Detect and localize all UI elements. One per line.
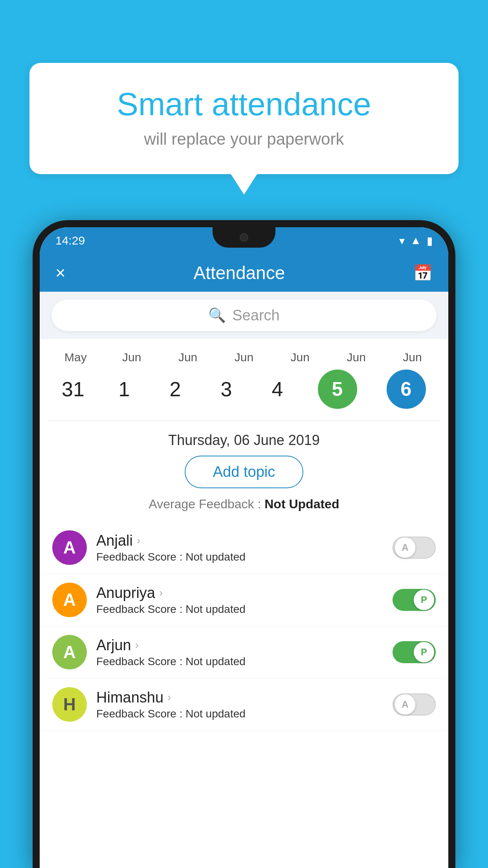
date-0[interactable]: 31 [48, 377, 99, 401]
status-time: 14:29 [55, 234, 85, 247]
student-info-arjun[interactable]: Arjun › Feedback Score : Not updated [96, 637, 383, 668]
add-topic-button[interactable]: Add topic [185, 456, 303, 488]
month-4[interactable]: Jun [275, 351, 326, 364]
speech-bubble: Smart attendance will replace your paper… [29, 63, 459, 174]
calendar-icon[interactable]: 📅 [413, 264, 433, 282]
search-container: 🔍 Search [40, 292, 448, 339]
chevron-icon: › [135, 639, 139, 651]
date-1[interactable]: 1 [99, 377, 150, 401]
month-3[interactable]: Jun [218, 351, 270, 364]
month-0[interactable]: May [50, 351, 101, 364]
date-2[interactable]: 2 [150, 377, 201, 401]
avatar-anjali: A [52, 530, 87, 565]
student-info-anupriya[interactable]: Anupriya › Feedback Score : Not updated [96, 585, 383, 616]
date-4[interactable]: 4 [252, 377, 303, 401]
date-display: Thursday, 06 June 2019 [40, 421, 448, 456]
toggle-knob-arjun: P [414, 642, 434, 662]
date-3[interactable]: 3 [201, 377, 252, 401]
student-name-anjali[interactable]: Anjali › [96, 532, 383, 549]
student-info-anjali[interactable]: Anjali › Feedback Score : Not updated [96, 532, 383, 563]
notch [213, 227, 275, 248]
month-6[interactable]: Jun [387, 351, 438, 364]
phone-frame: 14:29 ▾ ▲ ▮ × Attendance 📅 🔍 Search May … [33, 220, 455, 868]
avatar-anupriya: A [52, 583, 87, 617]
avatar-himanshu: H [52, 687, 87, 722]
student-row: A Anjali › Feedback Score : Not updated … [40, 522, 448, 574]
month-5[interactable]: Jun [331, 351, 382, 364]
month-1[interactable]: Jun [106, 351, 157, 364]
wifi-icon: ▾ [399, 234, 405, 247]
student-row: A Anupriya › Feedback Score : Not update… [40, 574, 448, 626]
signal-icon: ▲ [410, 234, 421, 247]
feedback-summary: Average Feedback : Not Updated [40, 497, 448, 522]
calendar-months: May Jun Jun Jun Jun Jun Jun [40, 347, 448, 366]
status-bar: 14:29 ▾ ▲ ▮ [40, 227, 448, 254]
student-info-himanshu[interactable]: Himanshu › Feedback Score : Not updated [96, 689, 383, 720]
student-feedback-anjali: Feedback Score : Not updated [96, 551, 383, 563]
calendar-dates: 31 1 2 3 4 5 6 [40, 366, 448, 417]
chevron-icon: › [167, 691, 171, 704]
toggle-knob-anupriya: P [414, 590, 434, 610]
student-name-anupriya[interactable]: Anupriya › [96, 585, 383, 601]
toggle-arjun[interactable]: P [393, 641, 436, 663]
student-name-arjun[interactable]: Arjun › [96, 637, 383, 654]
search-icon: 🔍 [208, 307, 226, 324]
bubble-title: Smart attendance [57, 86, 431, 122]
toggle-knob-anjali: A [395, 537, 415, 558]
toggle-knob-himanshu: A [395, 694, 415, 715]
student-list: A Anjali › Feedback Score : Not updated … [40, 522, 448, 731]
student-feedback-anupriya: Feedback Score : Not updated [96, 603, 383, 616]
status-icons: ▾ ▲ ▮ [399, 234, 433, 247]
month-2[interactable]: Jun [162, 351, 213, 364]
student-row: H Himanshu › Feedback Score : Not update… [40, 679, 448, 731]
feedback-value: Not Updated [264, 497, 339, 511]
bubble-subtitle: will replace your paperwork [57, 130, 431, 149]
toggle-anupriya[interactable]: P [393, 589, 436, 611]
search-input[interactable]: Search [232, 307, 279, 324]
close-button[interactable]: × [55, 263, 66, 283]
phone-inner: 14:29 ▾ ▲ ▮ × Attendance 📅 🔍 Search May … [40, 227, 448, 868]
feedback-label: Average Feedback : [149, 497, 261, 511]
student-row: A Arjun › Feedback Score : Not updated P [40, 626, 448, 679]
app-header: × Attendance 📅 [40, 254, 448, 292]
chevron-icon: › [159, 587, 163, 599]
toggle-himanshu[interactable]: A [393, 693, 436, 715]
student-name-himanshu[interactable]: Himanshu › [96, 689, 383, 706]
avatar-arjun: A [52, 635, 87, 669]
search-bar[interactable]: 🔍 Search [51, 300, 437, 331]
student-feedback-himanshu: Feedback Score : Not updated [96, 708, 383, 720]
battery-icon: ▮ [427, 234, 433, 247]
calendar-section: May Jun Jun Jun Jun Jun Jun 31 1 2 3 4 5… [40, 339, 448, 421]
date-today[interactable]: 5 [318, 370, 357, 409]
camera [240, 233, 248, 242]
toggle-anjali[interactable]: A [393, 537, 436, 559]
header-title: Attendance [193, 262, 285, 283]
chevron-icon: › [137, 534, 140, 547]
student-feedback-arjun: Feedback Score : Not updated [96, 655, 383, 668]
add-topic-wrapper: Add topic [40, 456, 448, 497]
date-selected[interactable]: 6 [387, 370, 426, 409]
speech-bubble-section: Smart attendance will replace your paper… [29, 63, 459, 174]
